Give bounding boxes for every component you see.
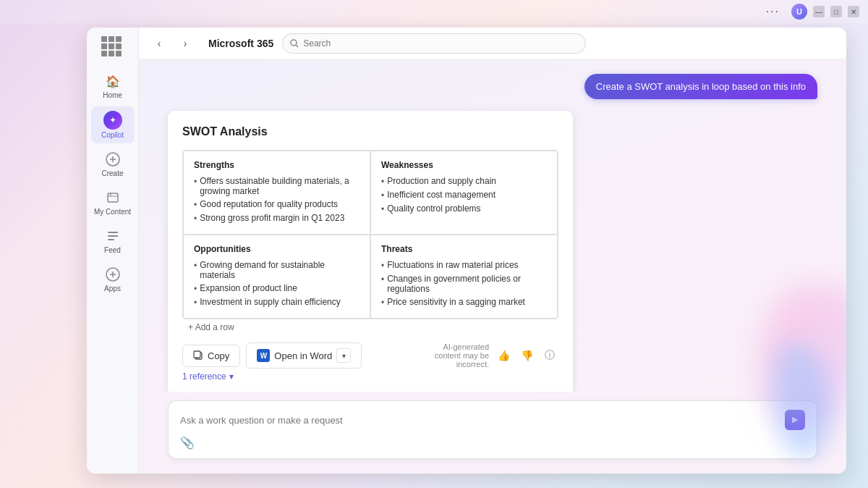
sidebar-item-apps[interactable]: Apps: [91, 261, 135, 297]
search-input[interactable]: [303, 38, 578, 49]
swot-grid: Strengths Offers sustainable building ma…: [182, 150, 558, 319]
app-window: 🏠 Home ✦ Copilot Create: [87, 28, 846, 474]
search-icon: [290, 39, 299, 48]
copilot-icon: ✦: [103, 111, 122, 130]
list-item: Expansion of product line: [194, 282, 359, 295]
copy-button[interactable]: Copy: [182, 345, 240, 367]
swot-opportunities-cell: Opportunities Growing demand for sustain…: [183, 235, 370, 319]
user-avatar[interactable]: U: [791, 4, 807, 20]
add-row-button[interactable]: + Add a row: [182, 319, 558, 335]
send-icon: [791, 416, 799, 424]
sidebar-label-feed: Feed: [104, 246, 121, 254]
sidebar-label-create: Create: [101, 169, 123, 177]
svg-line-11: [296, 45, 298, 47]
input-row: [180, 410, 805, 430]
sidebar-item-home[interactable]: 🏠 Home: [91, 68, 135, 104]
svg-rect-13: [194, 351, 200, 358]
chat-input[interactable]: [180, 415, 779, 426]
input-area: 📎: [139, 392, 846, 474]
svg-rect-3: [108, 193, 118, 202]
create-icon: [104, 151, 122, 168]
list-item: Strong gross profit margin in Q1 2023: [194, 211, 359, 225]
my-content-icon: [104, 189, 122, 206]
maximize-button[interactable]: □: [830, 6, 842, 17]
svg-rect-5: [108, 235, 118, 237]
apps-icon: [104, 266, 122, 283]
copy-icon: [193, 350, 203, 361]
list-item: Offers sustainable building materials, a…: [194, 174, 359, 198]
app-title: Microsoft 365: [208, 38, 273, 49]
close-button[interactable]: ✕: [848, 6, 859, 17]
apps-grid-icon[interactable]: [101, 36, 124, 59]
topbar: ‹ › Microsoft 365: [139, 28, 846, 59]
svg-point-10: [291, 40, 297, 46]
input-box: 📎: [168, 400, 817, 459]
list-item: Good reputation for quality products: [194, 198, 359, 211]
sidebar: 🏠 Home ✦ Copilot Create: [87, 28, 139, 474]
reference-chevron: ▾: [229, 371, 234, 382]
titlebar: ··· U — □ ✕: [0, 0, 868, 23]
svg-rect-4: [108, 232, 118, 233]
forward-button[interactable]: ›: [176, 35, 194, 52]
open-in-word-label: Open in Word: [274, 350, 332, 361]
feedback-icons: 👍 👎 ⓘ: [495, 347, 558, 364]
list-item: Investment in supply chain efficiency: [194, 295, 359, 309]
titlebar-menu-dots[interactable]: ···: [766, 5, 780, 18]
list-item: Quality control problems: [381, 202, 547, 216]
swot-actions: Copy W Open in Word ▾ AI-generated conte…: [182, 342, 558, 369]
swot-strengths-header: Strengths: [194, 160, 359, 170]
list-item: Changes in government policies or regula…: [381, 272, 547, 295]
thumbs-up-button[interactable]: 👍: [495, 347, 512, 364]
word-icon: W: [257, 349, 270, 362]
swot-threats-list: Fluctuations in raw material prices Chan…: [381, 258, 547, 309]
search-bar[interactable]: [282, 33, 586, 54]
swot-threats-cell: Threats Fluctuations in raw material pri…: [370, 235, 558, 319]
reference-link[interactable]: 1 reference ▾: [182, 371, 234, 382]
thumbs-down-button[interactable]: 👎: [518, 347, 535, 364]
sidebar-item-my-content[interactable]: My Content: [91, 185, 135, 220]
attach-icon[interactable]: 📎: [180, 436, 195, 450]
home-icon: 🏠: [104, 72, 122, 90]
swot-strengths-cell: Strengths Offers sustainable building ma…: [183, 151, 370, 235]
sidebar-item-feed[interactable]: Feed: [91, 223, 135, 258]
list-item: Production and supply chain: [381, 174, 547, 188]
swot-strengths-list: Offers sustainable building materials, a…: [194, 174, 359, 225]
reference-label: 1 reference: [182, 371, 226, 382]
list-item: Fluctuations in raw material prices: [381, 258, 547, 272]
list-item: Price sensitivity in a sagging market: [381, 295, 547, 309]
chat-area: Create a SWOT analysis in loop based on …: [139, 59, 846, 392]
back-button[interactable]: ‹: [150, 35, 168, 52]
swot-weaknesses-header: Weaknesses: [381, 160, 547, 170]
swot-weaknesses-list: Production and supply chain Inefficient …: [381, 174, 547, 216]
send-button[interactable]: [785, 410, 805, 430]
sidebar-label-my-content: My Content: [94, 208, 131, 216]
list-item: Inefficient cost management: [381, 188, 547, 202]
minimize-button[interactable]: —: [813, 6, 825, 17]
swot-card: SWOT Analysis Strengths Offers sustainab…: [168, 111, 573, 392]
copy-label: Copy: [208, 350, 229, 361]
sidebar-label-copilot: Copilot: [101, 131, 124, 139]
feed-icon: [104, 227, 122, 245]
swot-opportunities-list: Growing demand for sustainable materials…: [194, 258, 359, 309]
sidebar-item-create[interactable]: Create: [91, 146, 135, 182]
swot-title: SWOT Analysis: [182, 125, 558, 138]
open-in-word-button[interactable]: W Open in Word ▾: [246, 342, 362, 369]
input-bottom: 📎: [180, 436, 805, 450]
swot-threats-header: Threats: [381, 244, 547, 254]
svg-rect-6: [108, 239, 114, 240]
info-button[interactable]: ⓘ: [541, 347, 558, 364]
word-dropdown-chevron[interactable]: ▾: [336, 348, 351, 363]
sidebar-label-home: Home: [103, 91, 122, 99]
swot-opportunities-header: Opportunities: [194, 244, 359, 254]
sidebar-label-apps: Apps: [104, 285, 121, 293]
list-item: Growing demand for sustainable materials: [194, 258, 359, 282]
sidebar-item-copilot[interactable]: ✦ Copilot: [91, 106, 135, 143]
user-message: Create a SWOT analysis in loop based on …: [584, 74, 817, 99]
ai-disclaimer: AI-generated content may be incorrect.: [431, 342, 489, 369]
main-content: ‹ › Microsoft 365 Create a SWOT analysis…: [139, 28, 846, 474]
swot-bottom-row: 1 reference ▾: [182, 371, 558, 382]
swot-weaknesses-cell: Weaknesses Production and supply chain I…: [370, 151, 558, 235]
add-row-label: + Add a row: [188, 322, 234, 332]
